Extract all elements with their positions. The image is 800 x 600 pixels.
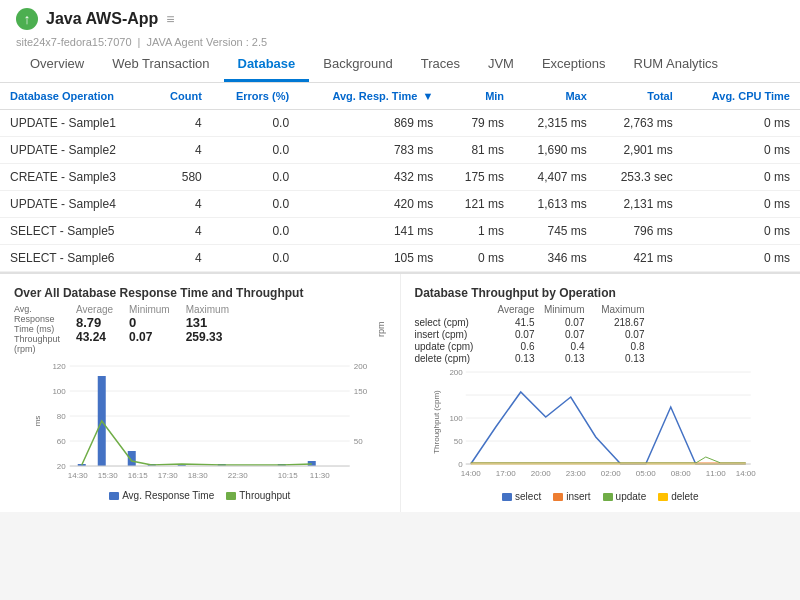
svg-text:50: 50 — [453, 437, 462, 446]
svg-text:14:30: 14:30 — [68, 471, 89, 480]
col-avg-cpu[interactable]: Avg. CPU Time — [683, 83, 800, 110]
cell-total: 2,131 ms — [597, 191, 683, 218]
svg-text:Throughput (cpm): Throughput (cpm) — [431, 390, 440, 454]
cell-count: 4 — [150, 110, 212, 137]
cell-avg-cpu: 0 ms — [683, 218, 800, 245]
svg-text:ms: ms — [33, 416, 42, 427]
svg-text:17:30: 17:30 — [158, 471, 179, 480]
table-row[interactable]: SELECT - Sample5 4 0.0 141 ms 1 ms 745 m… — [0, 218, 800, 245]
cell-total: 2,901 ms — [597, 137, 683, 164]
cell-min: 79 ms — [443, 110, 514, 137]
table-row[interactable]: UPDATE - Sample2 4 0.0 783 ms 81 ms 1,69… — [0, 137, 800, 164]
database-table-section: Database Operation Count Errors (%) Avg.… — [0, 83, 800, 273]
svg-text:18:30: 18:30 — [188, 471, 209, 480]
rt-row-select: select (cpm) 41.5 0.07 218.67 — [415, 317, 787, 328]
cell-operation: UPDATE - Sample1 — [0, 110, 150, 137]
cell-avg-cpu: 0 ms — [683, 137, 800, 164]
right-chart-svg: 200 100 50 0 14:00 17:00 20:00 23:00 02:… — [415, 367, 787, 487]
cell-min: 0 ms — [443, 245, 514, 272]
svg-text:50: 50 — [354, 437, 363, 446]
tab-web-transaction[interactable]: Web Transaction — [98, 48, 223, 82]
cell-avg-resp: 783 ms — [299, 137, 443, 164]
rt-row-delete: delete (cpm) 0.13 0.13 0.13 — [415, 353, 787, 364]
table-row[interactable]: CREATE - Sample3 580 0.0 432 ms 175 ms 4… — [0, 164, 800, 191]
col-count[interactable]: Count — [150, 83, 212, 110]
cell-max: 2,315 ms — [514, 110, 597, 137]
table-row[interactable]: UPDATE - Sample1 4 0.0 869 ms 79 ms 2,31… — [0, 110, 800, 137]
svg-text:100: 100 — [449, 414, 463, 423]
header: ↑ Java AWS-App ≡ site24x7-fedora15:7070 … — [0, 0, 800, 83]
cell-count: 4 — [150, 245, 212, 272]
stat-average: Average 8.79 43.24 — [76, 304, 113, 354]
cell-operation: CREATE - Sample3 — [0, 164, 150, 191]
svg-text:23:00: 23:00 — [565, 469, 586, 478]
col-operation[interactable]: Database Operation — [0, 83, 150, 110]
cell-max: 1,613 ms — [514, 191, 597, 218]
left-chart-legend: Avg. Response Time Throughput — [14, 490, 386, 501]
cell-total: 253.3 sec — [597, 164, 683, 191]
charts-section: Over All Database Response Time and Thro… — [0, 273, 800, 512]
svg-text:15:30: 15:30 — [98, 471, 119, 480]
tab-exceptions[interactable]: Exceptions — [528, 48, 620, 82]
rt-header: Average Minimum Maximum — [415, 304, 787, 315]
cell-total: 796 ms — [597, 218, 683, 245]
svg-text:20:00: 20:00 — [530, 469, 551, 478]
cell-avg-cpu: 0 ms — [683, 245, 800, 272]
svg-text:11:30: 11:30 — [310, 471, 331, 480]
svg-text:08:00: 08:00 — [670, 469, 691, 478]
tab-jvm[interactable]: JVM — [474, 48, 528, 82]
col-errors[interactable]: Errors (%) — [212, 83, 299, 110]
subtitle-site: site24x7-fedora15:7070 — [16, 36, 132, 48]
tab-database[interactable]: Database — [224, 48, 310, 82]
cell-avg-cpu: 0 ms — [683, 110, 800, 137]
cell-min: 81 ms — [443, 137, 514, 164]
table-row[interactable]: UPDATE - Sample4 4 0.0 420 ms 121 ms 1,6… — [0, 191, 800, 218]
cell-max: 745 ms — [514, 218, 597, 245]
svg-text:120: 120 — [52, 362, 66, 371]
cell-errors: 0.0 — [212, 245, 299, 272]
table-row[interactable]: SELECT - Sample6 4 0.0 105 ms 0 ms 346 m… — [0, 245, 800, 272]
rt-row-insert: insert (cpm) 0.07 0.07 0.07 — [415, 329, 787, 340]
svg-text:17:00: 17:00 — [495, 469, 516, 478]
cell-total: 421 ms — [597, 245, 683, 272]
tab-overview[interactable]: Overview — [16, 48, 98, 82]
svg-text:11:00: 11:00 — [705, 469, 726, 478]
cell-operation: SELECT - Sample5 — [0, 218, 150, 245]
app-name: Java AWS-App — [46, 10, 158, 28]
svg-text:150: 150 — [354, 387, 368, 396]
app-subtitle: site24x7-fedora15:7070 | JAVA Agent Vers… — [16, 36, 784, 48]
cell-max: 346 ms — [514, 245, 597, 272]
stat-minimum: Minimum 0 0.07 — [129, 304, 170, 354]
stat-maximum: Maximum 131 259.33 — [186, 304, 229, 354]
cell-avg-resp: 869 ms — [299, 110, 443, 137]
cell-min: 1 ms — [443, 218, 514, 245]
svg-text:05:00: 05:00 — [635, 469, 656, 478]
cell-errors: 0.0 — [212, 137, 299, 164]
tab-background[interactable]: Background — [309, 48, 406, 82]
left-chart-title: Over All Database Response Time and Thro… — [14, 286, 386, 300]
col-min[interactable]: Min — [443, 83, 514, 110]
tab-traces[interactable]: Traces — [407, 48, 474, 82]
cell-total: 2,763 ms — [597, 110, 683, 137]
svg-text:20: 20 — [57, 462, 66, 471]
svg-text:16:15: 16:15 — [128, 471, 149, 480]
cell-max: 4,407 ms — [514, 164, 597, 191]
subtitle-agent: JAVA Agent Version : 2.5 — [146, 36, 267, 48]
cell-avg-cpu: 0 ms — [683, 164, 800, 191]
cell-errors: 0.0 — [212, 218, 299, 245]
col-max[interactable]: Max — [514, 83, 597, 110]
cell-avg-resp: 105 ms — [299, 245, 443, 272]
cell-min: 175 ms — [443, 164, 514, 191]
right-chart-title: Database Throughput by Operation — [415, 286, 787, 300]
left-chart-svg: 120 100 80 60 20 200 150 50 14:30 15:3 — [14, 356, 386, 486]
cell-errors: 0.0 — [212, 164, 299, 191]
col-total[interactable]: Total — [597, 83, 683, 110]
cell-avg-resp: 432 ms — [299, 164, 443, 191]
col-avg-resp[interactable]: Avg. Resp. Time ▼ — [299, 83, 443, 110]
cell-count: 4 — [150, 191, 212, 218]
menu-icon[interactable]: ≡ — [166, 11, 174, 27]
svg-text:0: 0 — [458, 460, 463, 469]
right-chart-legend: select insert update delete — [415, 491, 787, 502]
tab-rum-analytics[interactable]: RUM Analytics — [620, 48, 733, 82]
cell-min: 121 ms — [443, 191, 514, 218]
